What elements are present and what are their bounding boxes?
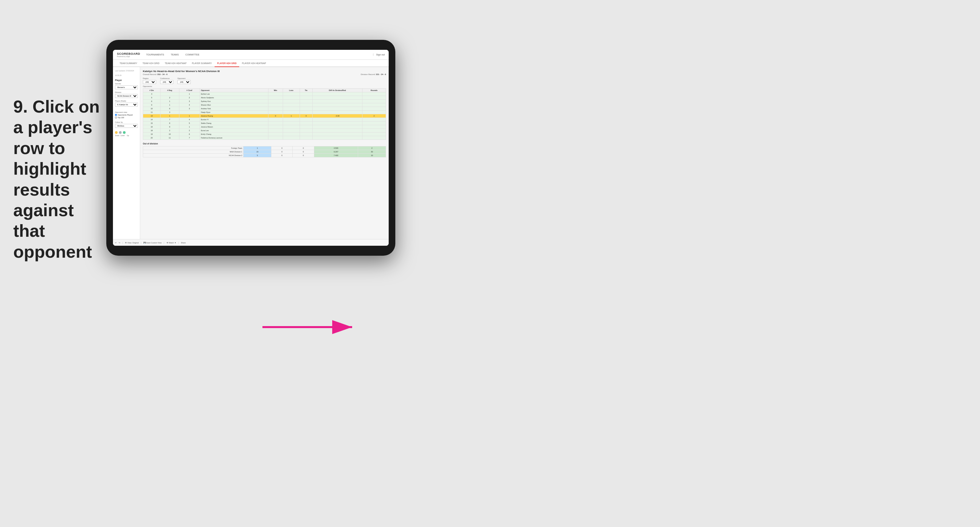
gender-select[interactable]: Women's: [115, 85, 138, 89]
table-cell: [268, 103, 283, 107]
filter-opponent-group: Opponent (All): [177, 77, 191, 84]
colour-select[interactable]: Win/loss: [115, 124, 138, 128]
table-cell: [268, 136, 283, 140]
out-table-cell: 0: [293, 146, 314, 150]
nav-committee[interactable]: COMMITTEE: [185, 54, 200, 56]
table-cell: Esther Lee: [200, 92, 268, 96]
timestamp2: 16:55:28: [115, 75, 138, 76]
table-cell: [363, 118, 386, 122]
save-custom-btn[interactable]: 💾 Save Custom View: [143, 242, 162, 244]
tab-team-summary[interactable]: TEAM SUMMARY: [117, 60, 140, 67]
table-row[interactable]: 1822Euna Lee: [143, 129, 386, 132]
out-table-cell: 0: [293, 150, 314, 154]
table-cell: 18: [143, 129, 161, 132]
table-cell: [283, 103, 300, 107]
table-cell: [283, 118, 300, 122]
table-cell: 15: [143, 122, 161, 125]
filter-region-group: Region (All): [143, 77, 156, 84]
table-cell: 5: [179, 122, 200, 125]
division-select[interactable]: NCAA Division III: [115, 94, 138, 98]
out-table-cell: 10: [358, 154, 386, 157]
table-cell: 8: [160, 122, 179, 125]
out-table-cell: 0: [293, 154, 314, 157]
table-cell: [268, 122, 283, 125]
out-table-cell: 4.500: [314, 146, 358, 150]
tab-player-summary[interactable]: PLAYER SUMMARY: [189, 60, 215, 67]
tab-player-h2h-grid[interactable]: PLAYER H2H GRID: [215, 60, 240, 67]
tab-team-h2h-heatmap[interactable]: TEAM H2H HEATMAP: [162, 60, 189, 67]
out-table-row[interactable]: Foreign Team1004.5002: [143, 146, 386, 150]
nav-teams[interactable]: TEAMS: [170, 54, 180, 56]
table-cell: 7: [179, 136, 200, 140]
table-row[interactable]: 31Esther Lee: [143, 92, 386, 96]
col-tie: Tie: [300, 89, 312, 92]
redo-btn[interactable]: ↪: [119, 242, 120, 244]
table-cell: 3: [160, 111, 179, 114]
table-row[interactable]: 19106Emily Chang: [143, 132, 386, 136]
table-cell: 2: [363, 114, 386, 118]
table-row[interactable]: 1585Stella Cheng: [143, 122, 386, 125]
label-level: Level: [120, 135, 125, 137]
filter-conference-select[interactable]: (All): [160, 80, 173, 84]
toolbar: ↩ ↪ | 👁 View: Original | 💾 Save Custom V…: [113, 239, 389, 246]
timestamp: Last Updated: 27/03/2024: [115, 70, 138, 72]
nav-tournaments[interactable]: TOURNAMENTS: [145, 54, 165, 56]
tab-player-h2h-heatmap[interactable]: PLAYER H2H HEATMAP: [239, 60, 269, 67]
table-row[interactable]: 20117Federica Domecq Lacroze: [143, 136, 386, 140]
table-cell: 2: [179, 96, 200, 100]
out-table-row[interactable]: NCAA Division 25007.40010: [143, 154, 386, 157]
table-row[interactable]: 113Haejo Hyun: [143, 111, 386, 114]
share-btn[interactable]: Share: [181, 242, 186, 244]
table-cell: [283, 100, 300, 103]
annotation-text: 9. Click on a player's row to highlight …: [13, 96, 103, 262]
player-section-title: Player: [115, 79, 138, 81]
table-cell: [313, 92, 363, 96]
radio-top-100[interactable]: Top 100: [115, 117, 138, 119]
table-cell: [268, 100, 283, 103]
table-cell: -3.00: [313, 114, 363, 118]
dot-level: [119, 131, 122, 134]
view-original-btn[interactable]: 👁 View: Original: [125, 242, 138, 244]
undo-btn[interactable]: ↩: [115, 242, 117, 244]
table-cell: Stella Cheng: [200, 122, 268, 125]
table-row[interactable]: 613Sydney Kuo: [143, 100, 386, 103]
filter-opponent-select[interactable]: (All): [177, 80, 191, 84]
table-cell: [283, 132, 300, 136]
table-cell: [300, 132, 312, 136]
table-row[interactable]: 1474Eunice Yi: [143, 118, 386, 122]
table-cell: 6: [160, 107, 179, 111]
overall-record: Overall Record: 353 - 34 - 6: [143, 73, 167, 75]
table-row[interactable]: 1063Andrea York: [143, 107, 386, 111]
out-table-row[interactable]: NAIA Division 115009.26730: [143, 150, 386, 154]
filter-region-select[interactable]: (All): [143, 80, 156, 84]
table-row[interactable]: 1311Jessica Huang010-3.002: [143, 114, 386, 118]
table-row[interactable]: 1691Jessica Mason: [143, 125, 386, 129]
out-table-cell: 0: [271, 154, 293, 157]
table-cell: 4: [179, 118, 200, 122]
table-cell: 2: [160, 129, 179, 132]
table-cell: 1: [160, 100, 179, 103]
sign-out[interactable]: Sign out: [373, 54, 385, 56]
radio-opponents-played[interactable]: Opponents Played: [115, 114, 138, 116]
player-rank-select[interactable]: 8. Katelyn Vo: [115, 103, 138, 106]
player-rank-label: Player (Rank): [115, 100, 138, 102]
table-row[interactable]: 914Sharon Mun: [143, 103, 386, 107]
table-cell: 13: [143, 114, 161, 118]
table-cell: Sydney Kuo: [200, 100, 268, 103]
table-cell: [283, 125, 300, 129]
table-cell: [179, 111, 200, 114]
watch-btn[interactable]: 👁 Watch ▼: [166, 242, 177, 244]
filter-region-label: Region: [143, 77, 156, 79]
table-cell: [300, 125, 312, 129]
filter-conference-group: Conference (All): [160, 77, 173, 84]
table-cell: [313, 103, 363, 107]
tab-team-h2h-grid[interactable]: TEAM H2H GRID: [140, 60, 162, 67]
table-cell: [283, 111, 300, 114]
table-row[interactable]: 522Alexis Sudjianto: [143, 96, 386, 100]
filter-area: Region (All) Conference (All) Opponent: [143, 77, 386, 84]
table-cell: [363, 107, 386, 111]
filter-opponent-label: Opponent: [177, 77, 191, 79]
table-cell: Jessica Huang: [200, 114, 268, 118]
out-table: Foreign Team1004.5002NAIA Division 11500…: [143, 146, 386, 157]
table-cell: [268, 96, 283, 100]
